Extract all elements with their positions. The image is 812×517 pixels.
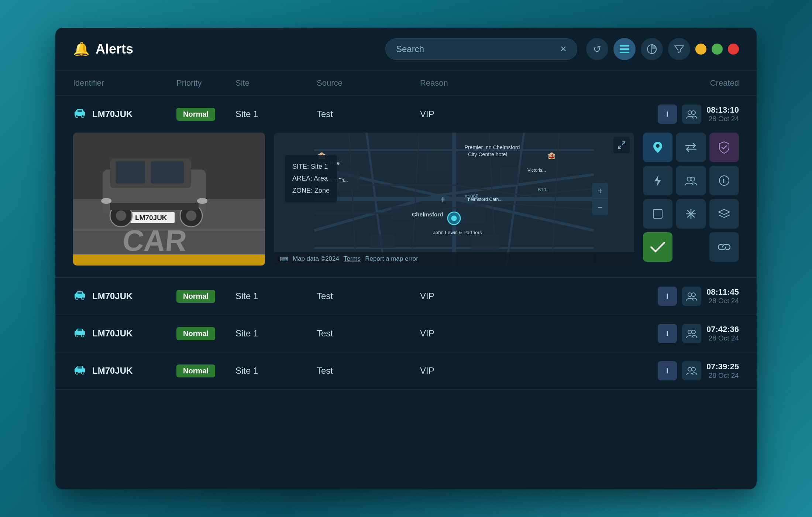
svg-text:🏨: 🏨: [548, 152, 556, 160]
svg-point-75: [82, 372, 84, 374]
alert-id-cell: LM70JUK: [73, 108, 176, 121]
confirm-button[interactable]: [643, 232, 672, 262]
alert-actions: I 08:13:10 28 Oct 24: [523, 105, 739, 124]
search-input[interactable]: [396, 44, 555, 54]
map-zoom-controls: + −: [592, 183, 608, 215]
car-icon: [73, 290, 86, 303]
group-users-button[interactable]: [676, 166, 706, 195]
shield-button[interactable]: [709, 133, 739, 162]
alert-row: LM70JUK Normal Site 1 Test VIP I: [55, 96, 757, 278]
car-icon: [73, 108, 86, 121]
users-icon[interactable]: [682, 324, 701, 343]
svg-text:Victoris...: Victoris...: [527, 168, 546, 173]
svg-rect-17: [116, 161, 145, 184]
svg-rect-14: [73, 254, 265, 266]
alert-expanded-content: CAR LM70JUK: [55, 133, 757, 277]
svg-rect-76: [78, 366, 82, 369]
alert-id-cell: LM70JUK: [73, 290, 176, 303]
bell-icon: 🔔: [73, 41, 90, 57]
asterisk-button[interactable]: [676, 199, 706, 229]
svg-rect-1: [620, 48, 629, 50]
svg-rect-33: [426, 154, 449, 171]
alert-date: 28 Oct 24: [709, 334, 739, 342]
svg-rect-18: [151, 161, 184, 184]
layers-button[interactable]: [709, 199, 739, 229]
alert-date: 28 Oct 24: [709, 115, 739, 123]
chart-button[interactable]: [641, 38, 663, 60]
svg-text:John Lewis & Partners: John Lewis & Partners: [433, 230, 482, 235]
svg-point-71: [688, 330, 692, 334]
alert-time: 07:39:25: [706, 362, 739, 372]
svg-point-77: [688, 367, 692, 371]
svg-rect-35: [370, 234, 395, 248]
svg-rect-70: [78, 329, 82, 331]
keyboard-icon: ⌨: [280, 256, 288, 263]
svg-rect-27: [110, 203, 199, 210]
map-report-link[interactable]: Report a map error: [365, 255, 418, 263]
square-button[interactable]: [643, 199, 672, 229]
search-clear-button[interactable]: ✕: [560, 44, 567, 54]
info-type-icon[interactable]: I: [658, 287, 677, 306]
swap-button[interactable]: [676, 133, 706, 162]
refresh-button[interactable]: ↺: [586, 38, 608, 60]
car-icon: [73, 364, 86, 377]
app-window: 🔔 Alerts ✕ ↺: [55, 28, 757, 489]
users-icon[interactable]: [682, 361, 701, 380]
users-icon[interactable]: [682, 105, 701, 124]
info-type-icon[interactable]: I: [658, 105, 677, 124]
zoom-in-button[interactable]: +: [592, 183, 608, 199]
close-button[interactable]: [728, 44, 739, 55]
svg-rect-64: [78, 292, 82, 294]
alert-summary[interactable]: LM70JUK Normal Site 1 Test VIP I: [55, 278, 757, 315]
map-terms-link[interactable]: Terms: [344, 255, 361, 263]
info-type-icon[interactable]: I: [658, 324, 677, 343]
map-info-overlay: SITE: Site 1 AREA: Area ZONE: Zone: [285, 155, 337, 202]
alert-time-block: 08:13:10 28 Oct 24: [706, 105, 739, 123]
col-header-source: Source: [317, 78, 420, 88]
svg-rect-56: [653, 209, 662, 218]
alert-summary[interactable]: LM70JUK Normal Site 1 Test VIP I: [55, 315, 757, 352]
svg-point-68: [76, 334, 78, 337]
svg-rect-34: [471, 234, 499, 250]
svg-point-69: [82, 334, 84, 337]
header: 🔔 Alerts ✕ ↺: [55, 28, 757, 71]
alert-summary[interactable]: LM70JUK Normal Site 1 Test VIP I: [55, 96, 757, 133]
minimize-button[interactable]: [695, 44, 706, 55]
alert-time-block: 07:42:36 28 Oct 24: [706, 325, 739, 342]
users-icon[interactable]: [682, 287, 701, 306]
column-headers: Identifier Priority Site Source Reason C…: [55, 71, 757, 96]
alert-site: Site 1: [235, 109, 317, 119]
svg-point-8: [688, 111, 692, 114]
svg-point-6: [82, 115, 84, 117]
svg-point-78: [692, 367, 695, 371]
alert-time: 08:11:45: [706, 287, 739, 297]
alert-priority-cell: Normal: [176, 290, 235, 303]
alert-image: CAR LM70JUK: [73, 133, 265, 266]
alert-actions: I 07:39:25 28 Oct 24: [523, 361, 739, 380]
svg-point-74: [76, 372, 78, 374]
svg-point-5: [76, 115, 78, 117]
link-button[interactable]: [709, 232, 739, 262]
map-footer: ⌨ Map data ©2024 Terms Report a map erro…: [274, 252, 634, 266]
filter-button[interactable]: [668, 38, 690, 60]
list-view-button[interactable]: [613, 38, 636, 60]
location-pin-button[interactable]: [643, 133, 672, 162]
svg-text:LM70JUK: LM70JUK: [135, 214, 167, 222]
map-background: A1060 B10... Premier Inn Chelmsford City…: [274, 133, 634, 266]
maximize-button[interactable]: [712, 44, 723, 55]
zoom-out-button[interactable]: −: [592, 199, 608, 215]
svg-point-21: [101, 198, 111, 204]
svg-point-65: [688, 293, 692, 297]
svg-text:B10...: B10...: [538, 187, 550, 192]
alert-summary[interactable]: LM70JUK Normal Site 1 Test VIP I: [55, 352, 757, 389]
alert-priority-cell: Normal: [176, 327, 235, 340]
info-button[interactable]: i: [709, 166, 739, 195]
lightning-button[interactable]: [643, 166, 672, 195]
svg-text:CAR: CAR: [121, 224, 188, 257]
col-header-reason: Reason: [420, 78, 523, 88]
alert-id-cell: LM70JUK: [73, 327, 176, 340]
info-type-icon[interactable]: I: [658, 361, 677, 380]
svg-point-22: [197, 198, 207, 204]
alert-source: Test: [317, 328, 420, 339]
map-expand-button[interactable]: [613, 137, 630, 153]
